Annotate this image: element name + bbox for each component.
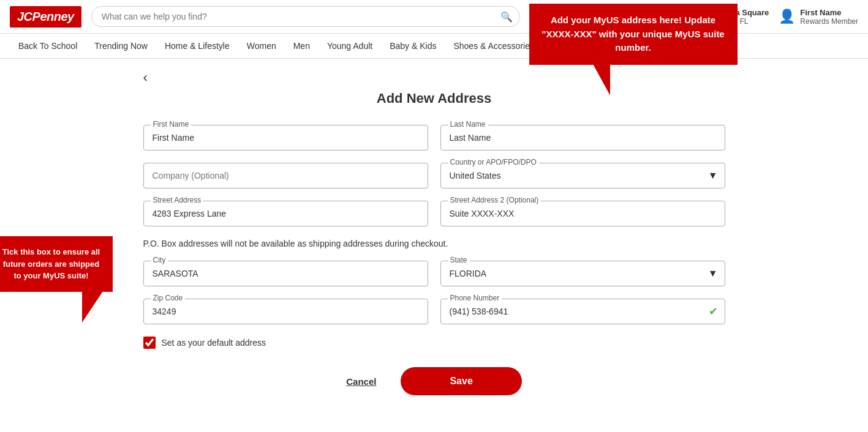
last-name-label: Last Name [448,120,488,128]
street2-group: Street Address 2 (Optional) [440,201,725,226]
po-notice: P.O. Box addresses will not be available… [143,239,725,248]
form-title: Add New Address [143,91,725,106]
street2-input[interactable] [440,201,725,226]
street-row: Street Address Street Address 2 (Optiona… [143,201,725,226]
user-role: Rewards Member [800,17,858,26]
last-name-input[interactable] [440,125,725,151]
search-bar[interactable]: 🔍 [91,6,520,27]
city-state-row: City State FLORIDA ▼ [143,261,725,286]
callout-top-right: Add your MyUS address here! Update "XXXX… [529,4,738,65]
phone-group: Phone Number ✔ [440,299,725,324]
state-select[interactable]: FLORIDA [440,261,725,286]
logo[interactable]: JCPenney [10,6,81,28]
city-label: City [151,256,168,264]
default-address-row: Set as your default address [143,337,725,349]
nav: Back To School Trending Now Home & Lifes… [0,34,868,59]
nav-item-men[interactable]: Men [285,34,319,58]
zip-group: Zip Code [143,299,428,324]
zip-input[interactable] [143,299,428,324]
user-name: First Name [800,8,858,17]
cancel-button[interactable]: Cancel [346,376,376,387]
back-button[interactable]: ‹ [143,71,148,84]
nav-item-home-lifestyle[interactable]: Home & Lifestyle [156,34,238,58]
country-group: Country or APO/FPO/DPO United States ▼ [440,163,725,188]
callout-left: Tick this box to ensure all future order… [0,236,113,292]
nav-item-shoes-accessories[interactable]: Shoes & Accessories [445,34,543,58]
street-label: Street Address [151,196,204,204]
save-button[interactable]: Save [401,367,521,395]
company-country-row: Country or APO/FPO/DPO United States ▼ [143,163,725,188]
name-row: First Name Last Name [143,125,725,151]
user-text: First Name Rewards Member [800,8,858,26]
zip-phone-row: Zip Code Phone Number ✔ [143,299,725,324]
first-name-label: First Name [151,120,192,128]
nav-item-back-to-school[interactable]: Back To School [10,34,86,58]
last-name-group: Last Name [440,125,725,151]
company-group [143,163,428,188]
city-input[interactable] [143,261,428,286]
phone-label: Phone Number [448,294,502,302]
country-select[interactable]: United States [440,163,725,188]
phone-valid-icon: ✔ [709,305,718,318]
zip-label: Zip Code [151,294,186,302]
state-label: State [448,256,470,264]
street2-label: Street Address 2 (Optional) [448,196,542,204]
street-group: Street Address [143,201,428,226]
default-address-label[interactable]: Set as your default address [162,338,266,348]
country-label: Country or APO/FPO/DPO [448,158,539,166]
city-group: City [143,261,428,286]
user-info[interactable]: 👤 First Name Rewards Member [779,8,858,26]
user-icon: 👤 [779,9,795,24]
header: JCPenney 🔍 🏛 Sarasota Square Sarasota, F… [0,0,868,34]
first-name-group: First Name [143,125,428,151]
first-name-input[interactable] [143,125,428,151]
nav-item-baby-kids[interactable]: Baby & Kids [381,34,445,58]
default-address-checkbox[interactable] [143,337,156,349]
state-group: State FLORIDA ▼ [440,261,725,286]
main-content: Add your MyUS address here! Update "XXXX… [0,59,868,408]
nav-item-trending-now[interactable]: Trending Now [86,34,156,58]
search-input[interactable] [91,6,520,27]
search-icon[interactable]: 🔍 [500,11,513,23]
action-row: Cancel Save [143,367,725,395]
form-container: Add your MyUS address here! Update "XXXX… [143,71,725,395]
nav-item-women[interactable]: Women [238,34,285,58]
nav-item-young-adult[interactable]: Young Adult [319,34,381,58]
street-input[interactable] [143,201,428,226]
company-input[interactable] [143,163,428,188]
phone-input[interactable] [440,299,725,324]
